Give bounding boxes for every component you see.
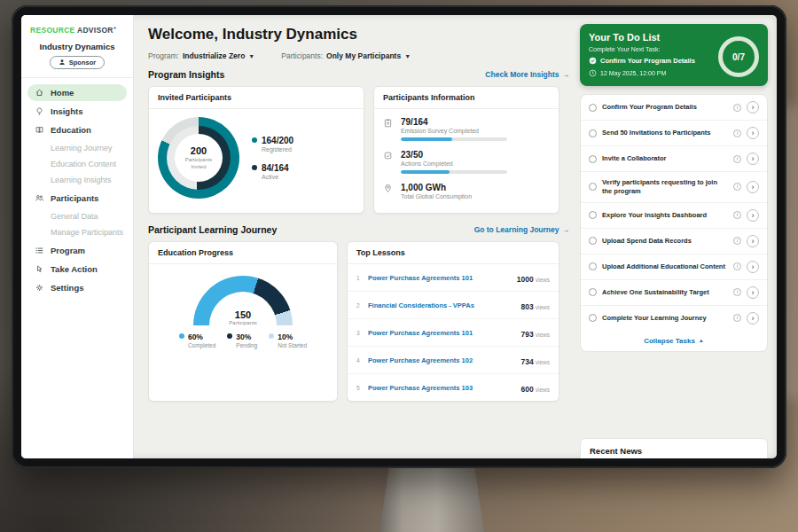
- chevron-right-icon[interactable]: ›: [747, 209, 759, 222]
- participants-filter-label: Participants:: [281, 51, 323, 60]
- sidebar-item-take-action[interactable]: Take Action: [27, 261, 127, 278]
- completed-dot: [179, 333, 184, 339]
- program-filter[interactable]: Program: Industrialize Zero ▼: [148, 51, 254, 60]
- emission-survey-value: 79/164: [401, 117, 507, 127]
- sidebar-item-general-data[interactable]: General Data: [21, 208, 133, 224]
- sidebar-item-manage-participants[interactable]: Manage Participants: [21, 224, 133, 240]
- chevron-right-icon[interactable]: ›: [747, 101, 759, 113]
- lesson-views: 793views: [521, 325, 550, 340]
- chevron-right-icon[interactable]: ›: [747, 235, 759, 247]
- todo-item[interactable]: Invite a Collaborator i ›: [581, 146, 767, 172]
- lesson-link[interactable]: Power Purchase Agreements 101: [368, 329, 515, 337]
- lesson-views: 600views: [521, 379, 550, 395]
- section-title: Program Insights: [148, 69, 224, 80]
- lesson-link[interactable]: Power Purchase Agreements 101: [368, 274, 511, 282]
- todo-item[interactable]: Explore Your Insights Dashboard i ›: [581, 203, 767, 229]
- education-gauge-chart: 150 Participants: [193, 276, 293, 325]
- sidebar-item-label: Settings: [51, 283, 83, 293]
- invited-donut-center: 200 Participants Invited: [175, 134, 223, 182]
- sidebar-item-settings[interactable]: Settings: [27, 279, 127, 296]
- sidebar-item-label: Participants: [51, 193, 98, 203]
- todo-next-task[interactable]: Confirm Your Program Details: [589, 57, 720, 65]
- todo-checkbox[interactable]: [589, 237, 597, 245]
- legend-item-active: 84/164 Active: [252, 163, 293, 180]
- chevron-right-icon[interactable]: ›: [747, 286, 759, 299]
- todo-checkbox[interactable]: [589, 262, 597, 270]
- sidebar-item-label: Take Action: [51, 264, 98, 274]
- lesson-row: 1 Power Purchase Agreements 101 1000view…: [348, 264, 559, 292]
- todo-checkbox[interactable]: [589, 183, 597, 191]
- pending-label: Pending: [236, 342, 257, 348]
- info-icon: i: [733, 314, 741, 322]
- todo-progress-ring: 0/7: [718, 36, 759, 77]
- sidebar-item-learning-journey[interactable]: Learning Journey: [21, 140, 133, 156]
- card-title: Top Lessons: [348, 242, 559, 264]
- sponsor-badge-label: Sponsor: [69, 59, 96, 66]
- arrow-right-icon: →: [562, 225, 570, 234]
- check-more-insights-link[interactable]: Check More Insights→: [485, 70, 569, 79]
- chevron-right-icon[interactable]: ›: [747, 312, 759, 325]
- chevron-right-icon[interactable]: ›: [747, 153, 759, 165]
- info-icon: i: [733, 155, 741, 163]
- lesson-row: 4 Power Purchase Agreements 102 734views: [348, 347, 559, 374]
- page-title: Welcome, Industry Dynamics: [148, 26, 571, 43]
- go-to-learning-journey-link[interactable]: Go to Learning Journey→: [474, 225, 569, 234]
- lesson-rank: 3: [356, 330, 362, 336]
- todo-checkbox[interactable]: [589, 314, 597, 322]
- todo-checkbox[interactable]: [589, 129, 597, 137]
- sidebar-item-participants[interactable]: Participants: [27, 190, 127, 207]
- active-dot: [252, 165, 257, 170]
- lesson-link[interactable]: Power Purchase Agreements 102: [368, 356, 515, 364]
- todo-item[interactable]: Confirm Your Program Details i ›: [581, 95, 767, 121]
- todo-item-label: Explore Your Insights Dashboard: [602, 211, 728, 220]
- sidebar-item-label: Education: [51, 125, 91, 135]
- chevron-right-icon[interactable]: ›: [747, 181, 759, 193]
- todo-item[interactable]: Verify participants requesting to join t…: [581, 172, 767, 203]
- todo-checkbox[interactable]: [589, 211, 597, 219]
- sidebar-item-program[interactable]: Program: [27, 242, 127, 259]
- active-value: 84/164: [262, 163, 289, 173]
- todo-panel: Your To Do List Complete Your Next Task:…: [580, 15, 777, 458]
- pointer-icon: [35, 264, 44, 274]
- todo-checkbox[interactable]: [589, 288, 597, 296]
- todo-item[interactable]: Upload Spend Data Records i ›: [581, 229, 767, 254]
- todo-item[interactable]: Send 50 Invitations to Participants i ›: [581, 121, 767, 146]
- legend-item-registered: 164/200 Registered: [252, 136, 293, 153]
- info-icon: i: [733, 262, 741, 270]
- todo-item[interactable]: Achieve One Sustainability Target i ›: [581, 280, 767, 306]
- emission-survey-progressbar: [401, 137, 507, 141]
- participants-filter-value: Only My Participants: [326, 51, 401, 60]
- education-progress-card: Education Progress 150 Participants: [148, 241, 338, 402]
- chevron-right-icon[interactable]: ›: [747, 127, 759, 139]
- sidebar-item-education[interactable]: Education: [27, 121, 127, 138]
- participants-filter[interactable]: Participants: Only My Participants ▼: [281, 51, 411, 60]
- book-icon: [35, 125, 44, 135]
- program-filter-label: Program:: [148, 51, 179, 60]
- sidebar-item-learning-insights[interactable]: Learning Insights: [21, 172, 133, 188]
- collapse-tasks-button[interactable]: Collapse Tasks ▲: [581, 331, 767, 351]
- lesson-rank: 2: [356, 302, 362, 309]
- learning-journey-header: Participant Learning Journey Go to Learn…: [148, 224, 569, 235]
- todo-item[interactable]: Complete Your Learning Journey i ›: [581, 306, 767, 331]
- consumption-label: Total Global Consumption: [401, 193, 472, 200]
- completed-label: Completed: [188, 342, 215, 348]
- lesson-link[interactable]: Financial Considerations - VPPAs: [368, 301, 515, 309]
- todo-checkbox[interactable]: [589, 104, 597, 112]
- education-legend: 60% Completed 30% Pending: [158, 332, 328, 348]
- invited-participants-card: Invited Participants 200 Participants In…: [148, 86, 364, 214]
- todo-item-label: Upload Spend Data Records: [602, 237, 728, 246]
- logo-secondary: ADVISOR+: [77, 26, 117, 35]
- arrow-right-icon: →: [562, 70, 570, 79]
- sponsor-badge[interactable]: Sponsor: [50, 56, 105, 69]
- lesson-link[interactable]: Power Purchase Agreements 103: [368, 384, 515, 392]
- todo-item[interactable]: Upload Additional Educational Content i …: [581, 254, 767, 280]
- registered-dot: [252, 137, 257, 143]
- todo-checkbox[interactable]: [589, 155, 597, 163]
- legend-item-completed: 60% Completed: [179, 332, 215, 348]
- check-circle-icon: [589, 57, 597, 65]
- chevron-right-icon[interactable]: ›: [747, 261, 759, 273]
- sidebar-item-insights[interactable]: Insights: [27, 103, 127, 120]
- emission-survey-progress-fill: [401, 137, 452, 141]
- sidebar-item-education-content[interactable]: Education Content: [21, 156, 133, 172]
- sidebar-item-home[interactable]: Home: [27, 84, 127, 101]
